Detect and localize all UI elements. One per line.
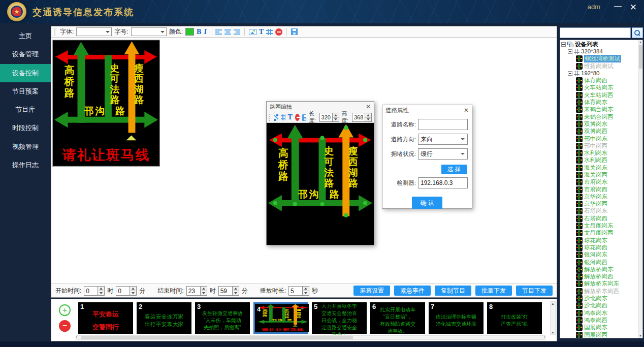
playlist-item-5[interactable]: 大力开展秋冬季交通安全整治百日会战，全力稳定道路交通安全形势！5 (312, 302, 367, 334)
sidebar-item-operation-log[interactable]: 操作日志 (0, 156, 51, 174)
tree-device-item[interactable]: 体育岗西 (560, 77, 638, 84)
scroll-left-icon[interactable]: ‹ (76, 335, 77, 339)
collapse-icon[interactable] (568, 71, 572, 76)
tree-device-item[interactable]: 维扬岗测试 (560, 62, 638, 70)
scroll-down-icon[interactable]: ▼ (551, 331, 555, 334)
tree-device-item[interactable]: 国展岗西 (560, 331, 638, 338)
playlist-item-6[interactable]: 扎实开展电动车“百日整治”，有效预防道路交通事故。6 (370, 302, 425, 334)
tree-device-item[interactable]: 水利岗西 (560, 157, 638, 164)
delete-icon[interactable] (295, 114, 300, 121)
tree-device-item[interactable]: 沙北岗东 (560, 295, 638, 302)
text-icon[interactable]: T (287, 114, 292, 121)
start-hour-stepper[interactable]: 0 (84, 286, 105, 296)
close-button[interactable]: ✕ (630, 2, 637, 13)
device-search-input[interactable] (560, 27, 631, 38)
playlist-item-7[interactable]: 依法治理非标车辆净化城市交通环境7 (429, 302, 484, 334)
scroll-up-icon[interactable]: ▲ (551, 302, 555, 305)
tree-device-item[interactable]: 京华岗西 (560, 201, 638, 208)
end-minute-stepper[interactable]: 59 (218, 286, 239, 296)
italic-icon[interactable]: I (204, 28, 206, 36)
tree-device-item[interactable]: 邗中岗西 (560, 142, 638, 149)
tree-device-item[interactable]: 双博岗东 (560, 120, 638, 128)
delete-icon[interactable] (275, 28, 282, 36)
tree-device-item[interactable]: 体育岗东 (560, 99, 638, 106)
collapse-icon[interactable] (561, 42, 566, 47)
tree-device-item[interactable]: 解放桥岗东 (560, 266, 638, 273)
minimize-button[interactable]: — (614, 1, 622, 10)
sidebar-item-device-management[interactable]: 设备管理 (0, 45, 51, 64)
scrollbar-thumb[interactable] (639, 45, 642, 69)
text-icon[interactable]: T (259, 28, 264, 36)
tree-device-item[interactable]: 琼花岗东 (560, 237, 638, 244)
tree-device-item[interactable]: 石塔岗东 (560, 208, 638, 215)
detector-field[interactable] (418, 177, 468, 188)
tree-group[interactable]: 192*80 (560, 70, 638, 77)
start-minute-stepper[interactable]: 0 (116, 286, 137, 296)
design-canvas[interactable]: 高桥路史可法路瘦西湖路邗沟路请礼让斑马线 路网编辑 ✕ T 长度: 320 (51, 38, 557, 284)
road-name-field[interactable] (418, 119, 468, 130)
tree-device-item[interactable]: 来鹤台岗东 (560, 106, 638, 113)
tree-device-item[interactable]: 文昌阁岗东 (560, 222, 638, 229)
sidebar-item-home[interactable]: 主页 (0, 27, 51, 45)
playlist-vertical-scrollbar[interactable]: ▲ ▼ (550, 301, 556, 335)
emergency-event-button[interactable]: 紧急事件 (394, 286, 431, 296)
sidebar-item-time-control[interactable]: 时段控制 (0, 119, 51, 137)
road-properties-close-icon[interactable]: ✕ (464, 107, 469, 114)
tree-device-item[interactable]: 石塔岗西 (560, 215, 638, 222)
tree-device-item[interactable]: 水利岗东 (560, 149, 638, 156)
congestion-select[interactable]: 缓行 (418, 148, 468, 160)
road-icon[interactable] (266, 29, 273, 35)
end-hour-stepper[interactable]: 23 (186, 286, 207, 296)
length-stepper[interactable]: 320 (319, 113, 339, 122)
playlist-item-4[interactable]: 高桥路史可法路瘦西湖路邗沟路请礼让斑马线4 (253, 302, 308, 334)
tree-device-item[interactable]: 市府岗西 (560, 186, 638, 193)
tree-device-item[interactable]: 国展岗东 (560, 324, 638, 331)
select-button[interactable]: 选 择 (441, 165, 467, 174)
playlist-horizontal-scrollbar[interactable]: ‹ › (76, 335, 545, 340)
tree-device-item[interactable]: 鸿泰岗东 (560, 309, 638, 317)
save-icon[interactable] (302, 114, 306, 121)
sidebar-item-device-control[interactable]: 设备控制 (0, 64, 51, 82)
tree-device-item[interactable]: 市府岗东 (560, 179, 638, 186)
tree-device-item[interactable]: 解放桥岗西 (560, 273, 638, 280)
confirm-button[interactable]: 确 认 (412, 197, 442, 209)
tree-device-item[interactable]: 来鹤台岗西 (560, 113, 638, 120)
duration-stepper[interactable]: 5 (288, 286, 309, 296)
tree-device-item[interactable]: 解放桥东岗东 (560, 280, 638, 288)
color-swatch[interactable] (185, 28, 194, 36)
tree-device-item[interactable]: 火车站岗西 (560, 91, 638, 99)
tree-device-item[interactable]: 沙北岗西 (560, 302, 638, 309)
tree-root[interactable]: 设备列表 (560, 41, 638, 48)
sign-preview[interactable]: 高桥路史可法路瘦西湖路邗沟路请礼让斑马线 (52, 40, 160, 167)
batch-send-button[interactable]: 批量下发 (475, 286, 512, 296)
tree-device-item[interactable]: 邗中岗东 (560, 135, 638, 142)
search-button[interactable] (632, 27, 643, 38)
tree-device-item[interactable]: 京华岗东 (560, 193, 638, 200)
tree-device-item[interactable]: 琼花岗西 (560, 244, 638, 251)
road-editor-close-icon[interactable]: ✕ (366, 103, 371, 110)
send-program-button[interactable]: 节目下发 (516, 286, 553, 296)
scroll-right-icon[interactable]: › (544, 335, 545, 339)
align-center-icon[interactable] (224, 29, 231, 35)
remove-program-button[interactable]: − (59, 320, 71, 332)
tree-device-item[interactable]: 双博岗西 (560, 128, 638, 135)
road-direction-select[interactable]: 来向 (418, 134, 468, 145)
crossroad-icon[interactable] (281, 114, 285, 120)
tree-device-item[interactable]: 解放桥东岗西 (560, 288, 638, 295)
font-select[interactable] (76, 27, 112, 36)
align-right-icon[interactable] (234, 29, 240, 35)
device-tree-scrollbar[interactable]: ▲ ▼ (638, 40, 642, 338)
sidebar-item-video-management[interactable]: 视频管理 (0, 138, 51, 156)
tree-device-item[interactable]: 银河岗西 (560, 259, 638, 266)
road-editor-canvas[interactable]: 高桥路史可法路瘦西湖路邗沟路 (267, 123, 374, 245)
copy-program-button[interactable]: 复制节目 (435, 286, 471, 296)
screen-settings-button[interactable]: 屏幕设置 (353, 286, 390, 296)
tree-group[interactable]: 320*384 (560, 48, 638, 55)
playlist-item-3[interactable]: 发生轻微交通事故“人未伤，车能动先拍照，后撤离”3 (195, 302, 250, 334)
tree-device-item[interactable]: 螺丝湾桥测试 (560, 55, 638, 62)
height-stepper[interactable]: 368 (352, 113, 372, 122)
tree-device-item[interactable]: 海关岗西 (560, 171, 638, 178)
line-icon[interactable] (274, 114, 278, 121)
playlist-item-8[interactable]: 打击改装“灯严查严惩“机8 (487, 302, 542, 334)
tree-device-item[interactable]: 火车站岗东 (560, 84, 638, 91)
